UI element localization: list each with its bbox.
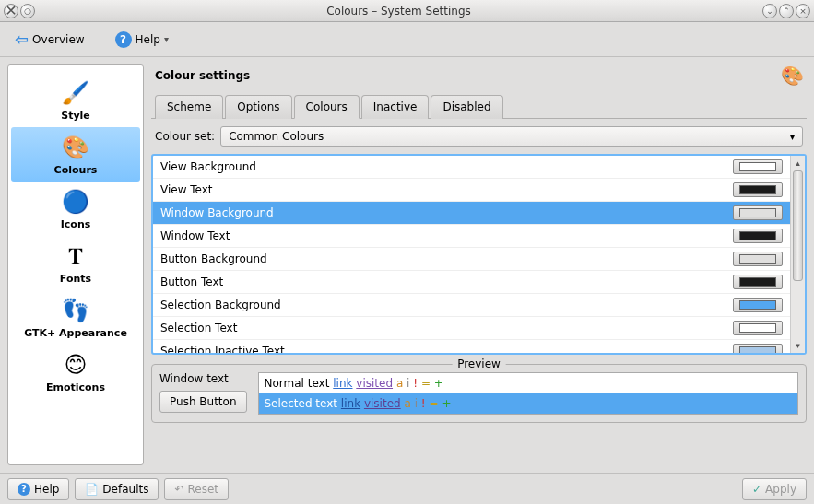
colour-name-label: Button Text [160, 275, 733, 288]
reset-button[interactable]: ↶ Reset [164, 478, 229, 500]
help-label: Help [136, 33, 160, 46]
help-button[interactable]: ? Help [7, 478, 69, 500]
colour-swatch [739, 323, 776, 333]
colour-swatch [739, 208, 776, 217]
back-arrow-icon: ⇦ [15, 29, 29, 49]
preview-neutral: = [421, 377, 431, 390]
colour-row[interactable]: Selection Inactive Text [153, 340, 790, 353]
sidebar-item-label: GTK+ Appearance [24, 327, 127, 339]
content-header: Colour settings 🎨 [151, 64, 807, 94]
window-minimize-button[interactable]: ⌄ [762, 4, 777, 18]
preview-visited-sel: visited [364, 397, 401, 410]
scroll-down-button[interactable]: ▾ [791, 338, 805, 353]
sidebar-item-colours[interactable]: 🎨Colours [11, 127, 140, 182]
colour-swatch-button[interactable] [733, 159, 783, 174]
help-menu-button[interactable]: ? Help ▾ [108, 28, 176, 52]
colour-row[interactable]: Window Background [153, 202, 790, 225]
preview-active-sel: a [404, 397, 410, 410]
colour-name-label: View Text [160, 183, 733, 196]
preview-selected-line: Selected text link visited a i ! = + [259, 393, 798, 414]
colour-swatch [739, 346, 776, 353]
sidebar-item-label: Colours [54, 164, 98, 176]
tab-colours[interactable]: Colours [294, 95, 360, 119]
preview-push-button[interactable]: Push Button [159, 391, 247, 413]
preview-inactive-sel: i [415, 397, 418, 410]
preview-active: a [396, 377, 403, 390]
sidebar-item-gtk-appearance[interactable]: 👣GTK+ Appearance [11, 290, 140, 345]
sidebar-icon: 🖌️ [61, 78, 90, 108]
defaults-button-label: Defaults [102, 483, 148, 496]
preview-link-sel: link [341, 397, 360, 410]
scroll-up-button[interactable]: ▴ [791, 156, 805, 170]
content-panel: Colour settings 🎨 SchemeOptionsColoursIn… [151, 64, 807, 465]
colour-row[interactable]: Selection Text [153, 317, 790, 340]
window-menu-icon[interactable]: ✕ [4, 4, 18, 18]
window-sticky-button[interactable]: ○ [20, 4, 35, 18]
category-sidebar: 🖌️Style🎨Colours🔵Icons𝐓Fonts👣GTK+ Appeara… [7, 64, 144, 465]
palette-icon: 🎨 [781, 64, 803, 87]
apply-button-label: Apply [765, 483, 796, 496]
sidebar-icon: 😊 [61, 350, 90, 380]
preview-normal-line: Normal text link visited a i ! = + [259, 373, 798, 393]
bottom-button-bar: ? Help 📄 Defaults ↶ Reset ✓ Apply [0, 473, 814, 504]
colour-set-row: Colour set: Common Colours ▾ [151, 119, 807, 154]
colour-swatch-button[interactable] [733, 205, 783, 220]
defaults-button[interactable]: 📄 Defaults [75, 478, 159, 500]
window-title: Colours – System Settings [35, 5, 762, 18]
sidebar-item-label: Emoticons [46, 381, 105, 393]
sidebar-icon: 🔵 [61, 187, 90, 217]
preview-window-text-label: Window text [159, 372, 247, 385]
colour-name-label: Selection Background [160, 299, 733, 311]
colour-row[interactable]: View Text [153, 179, 790, 202]
tab-inactive[interactable]: Inactive [361, 95, 430, 119]
vertical-scrollbar[interactable]: ▴ ▾ [790, 156, 805, 353]
sidebar-item-icons[interactable]: 🔵Icons [11, 182, 140, 236]
window-maximize-button[interactable]: ⌃ [779, 4, 794, 18]
sidebar-item-emoticons[interactable]: 😊Emoticons [11, 345, 140, 399]
colour-name-label: Window Text [160, 229, 733, 242]
colour-swatch-button[interactable] [733, 298, 783, 312]
sidebar-item-label: Style [61, 110, 90, 122]
colour-swatch-button[interactable] [733, 275, 783, 289]
preview-legend: Preview [452, 357, 506, 370]
tab-options[interactable]: Options [225, 95, 291, 119]
overview-button[interactable]: ⇦ Overview [7, 26, 92, 53]
colour-list[interactable]: View BackgroundView TextWindow Backgroun… [153, 156, 790, 353]
colour-swatch-button[interactable] [733, 344, 783, 353]
colour-name-label: View Background [160, 160, 733, 173]
preview-positive-sel: + [442, 397, 451, 410]
preview-positive: + [434, 377, 443, 390]
colour-row[interactable]: Selection Background [153, 294, 790, 317]
colour-set-combo[interactable]: Common Colours ▾ [220, 126, 803, 147]
window-close-button[interactable]: × [796, 4, 810, 18]
colour-swatch-button[interactable] [733, 321, 783, 335]
colour-set-value: Common Colours [229, 130, 790, 143]
preview-inactive: i [407, 377, 409, 390]
preview-text-box: Normal text link visited a i ! = + Selec… [258, 372, 799, 415]
preview-neutral-sel: = [429, 397, 438, 410]
reset-button-label: Reset [188, 483, 219, 496]
apply-button[interactable]: ✓ Apply [742, 478, 807, 500]
colour-swatch-button[interactable] [733, 182, 783, 197]
sidebar-item-fonts[interactable]: 𝐓Fonts [11, 236, 140, 290]
colour-row[interactable]: View Background [153, 156, 790, 179]
colour-swatch-button[interactable] [733, 252, 783, 266]
colour-set-label: Colour set: [155, 130, 215, 143]
colour-name-label: Window Background [160, 206, 733, 219]
sidebar-item-style[interactable]: 🖌️Style [11, 73, 140, 127]
help-button-label: Help [34, 483, 59, 496]
colour-swatch-button[interactable] [733, 229, 783, 243]
preview-group: Preview Window text Push Button Normal t… [151, 364, 807, 423]
sidebar-icon: 🎨 [61, 133, 90, 162]
tab-disabled[interactable]: Disabled [431, 95, 502, 119]
colour-row[interactable]: Button Background [153, 248, 790, 271]
window-titlebar: ✕ ○ Colours – System Settings ⌄ ⌃ × [0, 0, 814, 22]
colour-swatch [739, 300, 776, 310]
tab-scheme[interactable]: Scheme [155, 95, 223, 119]
sidebar-item-label: Icons [61, 218, 91, 230]
colour-row[interactable]: Window Text [153, 225, 790, 248]
colour-list-container: View BackgroundView TextWindow Backgroun… [151, 154, 807, 355]
colour-row[interactable]: Button Text [153, 271, 790, 294]
scrollbar-thumb[interactable] [793, 170, 803, 281]
preview-selected-text: Selected text [265, 397, 338, 410]
